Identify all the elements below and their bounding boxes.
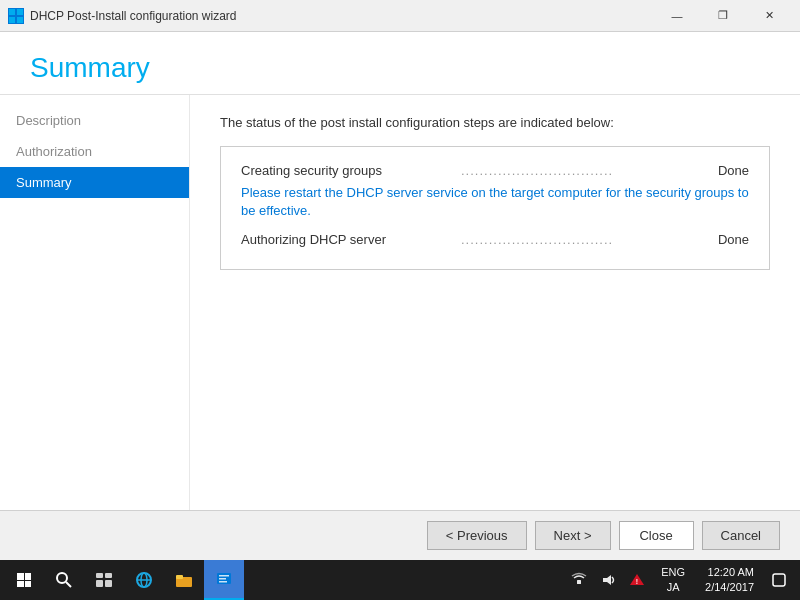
svg-rect-9 bbox=[105, 580, 112, 587]
status-note: Please restart the DHCP server service o… bbox=[241, 184, 749, 220]
status-done-dhcp: Done bbox=[718, 232, 749, 247]
network-icon bbox=[571, 572, 587, 588]
cancel-button[interactable]: Cancel bbox=[702, 521, 780, 550]
svg-rect-17 bbox=[219, 578, 226, 580]
svg-line-5 bbox=[66, 582, 71, 587]
status-box: Creating security groups ...............… bbox=[220, 146, 770, 270]
svg-rect-18 bbox=[219, 581, 227, 583]
lang-eng: ENG bbox=[657, 565, 689, 580]
file-explorer-icon bbox=[174, 570, 194, 590]
svg-rect-16 bbox=[219, 575, 229, 577]
svg-rect-3 bbox=[17, 17, 23, 23]
svg-marker-20 bbox=[603, 575, 611, 585]
close-button[interactable]: Close bbox=[619, 521, 694, 550]
svg-rect-8 bbox=[96, 580, 103, 587]
sidebar-item-description[interactable]: Description bbox=[0, 105, 189, 136]
alert-icon: ! bbox=[629, 572, 645, 588]
dhcp-icon bbox=[214, 569, 234, 589]
svg-rect-19 bbox=[577, 580, 581, 584]
titlebar: DHCP Post-Install configuration wizard —… bbox=[0, 0, 800, 32]
status-dots-dhcp: ................................. bbox=[461, 232, 710, 247]
footer: < Previous Next > Close Cancel bbox=[0, 510, 800, 560]
ie-button[interactable] bbox=[124, 560, 164, 600]
network-icon-area[interactable] bbox=[565, 560, 593, 600]
status-row-dhcp: Authorizing DHCP server ................… bbox=[241, 232, 749, 247]
volume-icon-area[interactable] bbox=[597, 572, 621, 588]
page-header: Summary bbox=[0, 32, 800, 95]
page-title: Summary bbox=[30, 52, 770, 84]
svg-rect-2 bbox=[9, 17, 15, 23]
sidebar-item-authorization[interactable]: Authorization bbox=[0, 136, 189, 167]
sidebar-item-summary[interactable]: Summary bbox=[0, 167, 189, 198]
status-label-dhcp: Authorizing DHCP server bbox=[241, 232, 461, 247]
notification-icon bbox=[772, 573, 786, 587]
start-button[interactable] bbox=[4, 560, 44, 600]
window-controls: — ❐ ✕ bbox=[654, 0, 792, 32]
file-explorer-button[interactable] bbox=[164, 560, 204, 600]
clock-time: 12:20 AM bbox=[705, 565, 754, 580]
svg-rect-6 bbox=[96, 573, 103, 578]
previous-button[interactable]: < Previous bbox=[427, 521, 527, 550]
status-dots-security: ................................. bbox=[461, 163, 710, 178]
svg-point-4 bbox=[57, 573, 67, 583]
content-area: The status of the post install configura… bbox=[190, 95, 800, 510]
ie-icon bbox=[134, 570, 154, 590]
svg-text:!: ! bbox=[636, 578, 638, 585]
task-view-icon bbox=[94, 570, 114, 590]
svg-rect-22 bbox=[773, 574, 785, 586]
clock-date: 2/14/2017 bbox=[705, 580, 754, 595]
volume-icon bbox=[601, 572, 617, 588]
svg-rect-7 bbox=[105, 573, 112, 578]
next-button[interactable]: Next > bbox=[535, 521, 611, 550]
taskbar-clock[interactable]: 12:20 AM 2/14/2017 bbox=[697, 565, 762, 596]
dhcp-wizard-button[interactable] bbox=[204, 560, 244, 600]
language-indicator[interactable]: ENG JA bbox=[653, 565, 693, 596]
body-layout: Description Authorization Summary The st… bbox=[0, 95, 800, 510]
taskbar-search-button[interactable] bbox=[44, 560, 84, 600]
main-window: Summary Description Authorization Summar… bbox=[0, 32, 800, 510]
windows-logo-icon bbox=[17, 573, 31, 587]
alert-icon-area[interactable]: ! bbox=[625, 572, 649, 588]
status-label-security: Creating security groups bbox=[241, 163, 461, 178]
window-title: DHCP Post-Install configuration wizard bbox=[30, 9, 654, 23]
search-icon bbox=[54, 570, 74, 590]
taskbar-right: ! ENG JA 12:20 AM 2/14/2017 bbox=[565, 560, 796, 600]
status-row-security: Creating security groups ...............… bbox=[241, 163, 749, 178]
svg-rect-1 bbox=[17, 9, 23, 15]
svg-rect-0 bbox=[9, 9, 15, 15]
close-window-button[interactable]: ✕ bbox=[746, 0, 792, 32]
notification-button[interactable] bbox=[766, 573, 792, 587]
content-description: The status of the post install configura… bbox=[220, 115, 770, 130]
task-view-button[interactable] bbox=[84, 560, 124, 600]
app-icon bbox=[8, 8, 24, 24]
maximize-button[interactable]: ❐ bbox=[700, 0, 746, 32]
taskbar: ! ENG JA 12:20 AM 2/14/2017 bbox=[0, 560, 800, 600]
minimize-button[interactable]: — bbox=[654, 0, 700, 32]
svg-rect-14 bbox=[176, 575, 183, 579]
lang-ja: JA bbox=[663, 580, 684, 595]
status-done-security: Done bbox=[718, 163, 749, 178]
sidebar: Description Authorization Summary bbox=[0, 95, 190, 510]
